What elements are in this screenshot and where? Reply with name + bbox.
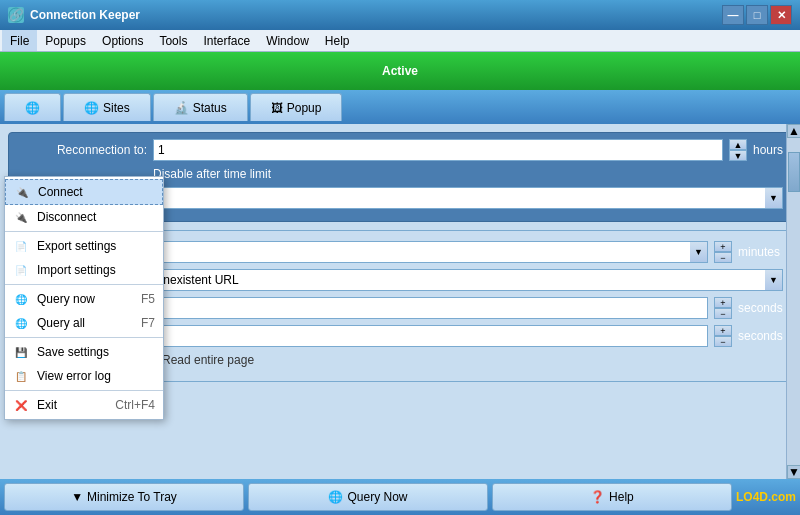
disconnect-label: Disconnect xyxy=(37,210,96,224)
menu-file[interactable]: File xyxy=(2,30,37,51)
main-scrollbar[interactable]: ▲ ▼ xyxy=(786,124,800,479)
connection-input[interactable] xyxy=(153,187,765,209)
menu-help[interactable]: Help xyxy=(317,30,358,51)
window-controls: — □ ✕ xyxy=(722,5,792,25)
bottom-toolbar: ▼ Minimize To Tray 🌐 Query Now ❓ Help LO… xyxy=(0,479,800,515)
query-interval-down[interactable]: − xyxy=(714,252,732,263)
initial-delay-spinner: + − xyxy=(714,325,732,347)
scrollbar-up[interactable]: ▲ xyxy=(787,124,800,138)
connect-label: Connect xyxy=(38,185,83,199)
reconnect-up[interactable]: ▲ xyxy=(729,139,747,150)
connect-icon: 🔌 xyxy=(14,184,30,200)
initial-delay-input[interactable] xyxy=(143,325,708,347)
query-all-icon: 🌐 xyxy=(13,315,29,331)
menu-query-now[interactable]: 🌐 Query now F5 xyxy=(5,287,163,311)
status-text: Active xyxy=(382,64,418,78)
lo4d-text: LO4D.com xyxy=(736,490,796,504)
scrollbar-thumb[interactable] xyxy=(788,152,800,192)
menu-import-settings[interactable]: 📄 Import settings xyxy=(5,258,163,282)
tab-empty[interactable]: 🌐 xyxy=(4,93,61,121)
tab-status-label: Status xyxy=(193,101,227,115)
menu-query-all[interactable]: 🌐 Query all F7 xyxy=(5,311,163,335)
menu-save-settings[interactable]: 💾 Save settings xyxy=(5,340,163,364)
query-now-icon: 🌐 xyxy=(13,291,29,307)
tab-status[interactable]: 🔬 Status xyxy=(153,93,248,121)
query-interval-spinner: + − xyxy=(714,241,732,263)
tab-popup[interactable]: 🖼 Popup xyxy=(250,93,343,121)
reconnect-down[interactable]: ▼ xyxy=(729,150,747,161)
close-button[interactable]: ✕ xyxy=(770,5,792,25)
reconnect-input[interactable] xyxy=(153,139,723,161)
tabs-bar: 🌐 🌐 Sites 🔬 Status 🖼 Popup xyxy=(0,90,800,124)
menu-connect[interactable]: 🔌 Connect xyxy=(5,179,163,205)
import-label: Import settings xyxy=(37,263,116,277)
exit-label: Exit xyxy=(37,398,57,412)
query-now-btn-icon: 🌐 xyxy=(328,490,343,504)
minimize-button[interactable]: — xyxy=(722,5,744,25)
query-all-label: Query all xyxy=(37,316,85,330)
tab-sites-label: Sites xyxy=(103,101,130,115)
tab-sites[interactable]: 🌐 Sites xyxy=(63,93,151,121)
menu-popups[interactable]: Popups xyxy=(37,30,94,51)
query-mode-input[interactable] xyxy=(143,269,765,291)
query-timeout-down[interactable]: − xyxy=(714,308,732,319)
menubar: File Popups Options Tools Interface Wind… xyxy=(0,30,800,52)
help-label: Help xyxy=(609,490,634,504)
status-banner: Active xyxy=(0,52,800,90)
query-interval-arrow[interactable]: ▼ xyxy=(690,241,708,263)
reconnect-label: Reconnection to: xyxy=(17,143,147,157)
query-interval-up[interactable]: + xyxy=(714,241,732,252)
tab-popup-label: Popup xyxy=(287,101,322,115)
menu-view-error-log[interactable]: 📋 View error log xyxy=(5,364,163,388)
connection-select-wrapper: ▼ xyxy=(153,187,783,209)
menu-tools[interactable]: Tools xyxy=(151,30,195,51)
export-label: Export settings xyxy=(37,239,116,253)
query-now-btn-label: Query Now xyxy=(347,490,407,504)
query-interval-unit: minutes xyxy=(738,245,783,259)
help-icon: ❓ xyxy=(590,490,605,504)
maximize-button[interactable]: □ xyxy=(746,5,768,25)
separator-1 xyxy=(5,231,163,232)
tab-popup-icon: 🖼 xyxy=(271,101,283,115)
query-timeout-up[interactable]: + xyxy=(714,297,732,308)
help-button[interactable]: ❓ Help xyxy=(492,483,732,511)
initial-delay-up[interactable]: + xyxy=(714,325,732,336)
initial-delay-unit: seconds xyxy=(738,329,783,343)
query-interval-wrapper: ▼ xyxy=(143,241,708,263)
svg-text:🔗: 🔗 xyxy=(9,7,24,22)
query-mode-arrow[interactable]: ▼ xyxy=(765,269,783,291)
read-page-label: Read entire page xyxy=(162,353,254,367)
query-now-shortcut: F5 xyxy=(141,292,155,306)
save-icon: 💾 xyxy=(13,344,29,360)
window-title: Connection Keeper xyxy=(30,8,722,22)
reconnection-row: Reconnection to: ▲ ▼ hours xyxy=(17,139,783,161)
menu-window[interactable]: Window xyxy=(258,30,317,51)
separator-2 xyxy=(5,284,163,285)
query-interval-input[interactable] xyxy=(143,241,690,263)
menu-exit[interactable]: ❌ Exit Ctrl+F4 xyxy=(5,393,163,417)
titlebar: 🔗 Connection Keeper — □ ✕ xyxy=(0,0,800,30)
menu-export-settings[interactable]: 📄 Export settings xyxy=(5,234,163,258)
initial-delay-down[interactable]: − xyxy=(714,336,732,347)
menu-interface[interactable]: Interface xyxy=(195,30,258,51)
lo4d-logo: LO4D.com xyxy=(736,490,796,504)
menu-options[interactable]: Options xyxy=(94,30,151,51)
query-now-button[interactable]: 🌐 Query Now xyxy=(248,483,488,511)
connection-dropdown-arrow[interactable]: ▼ xyxy=(765,187,783,209)
save-settings-label: Save settings xyxy=(37,345,109,359)
minimize-to-tray-button[interactable]: ▼ Minimize To Tray xyxy=(4,483,244,511)
scrollbar-down[interactable]: ▼ xyxy=(787,465,800,479)
query-all-shortcut: F7 xyxy=(141,316,155,330)
export-icon: 📄 xyxy=(13,238,29,254)
query-timeout-spinner: + − xyxy=(714,297,732,319)
menu-disconnect[interactable]: 🔌 Disconnect xyxy=(5,205,163,229)
tab-sites-icon: 🌐 xyxy=(84,101,99,115)
query-timeout-unit: seconds xyxy=(738,301,783,315)
query-now-label: Query now xyxy=(37,292,95,306)
query-timeout-input[interactable] xyxy=(143,297,708,319)
exit-icon: ❌ xyxy=(13,397,29,413)
minimize-tray-icon: ▼ xyxy=(71,490,83,504)
tab-status-icon: 🔬 xyxy=(174,101,189,115)
reconnect-spinner: ▲ ▼ xyxy=(729,139,747,161)
exit-shortcut: Ctrl+F4 xyxy=(115,398,155,412)
